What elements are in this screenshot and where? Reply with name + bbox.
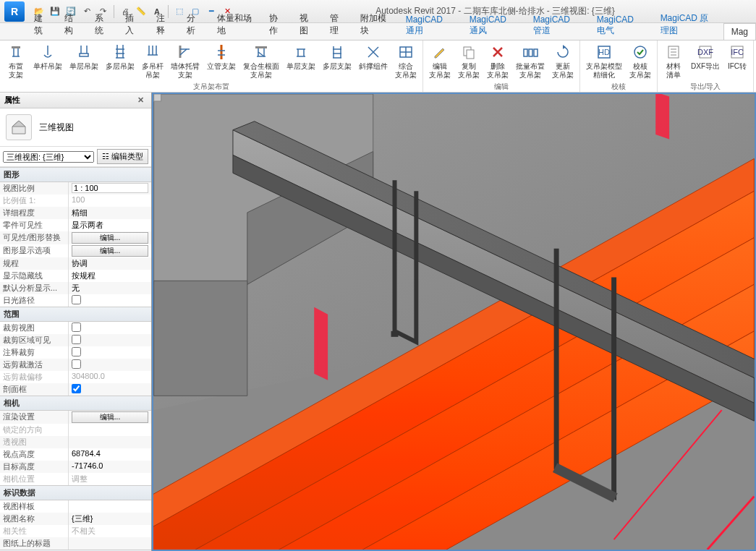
prop-value[interactable]: [69, 182, 151, 195]
prop-value[interactable]: 精细: [69, 207, 151, 219]
verify-icon: [632, 43, 649, 61]
ribbon-btn-duodiaogan[interactable]: 多吊杆 吊架: [139, 42, 166, 80]
ribbon-tab-2[interactable]: 系统: [87, 9, 117, 40]
ribbon-btn-shanchu[interactable]: 删除 支吊架: [484, 42, 511, 80]
ribbon-tab-6[interactable]: 体量和场地: [209, 9, 261, 40]
ribbon-tab-16[interactable]: Mag: [723, 23, 756, 40]
app-logo[interactable]: R: [4, 1, 25, 22]
prop-value[interactable]: [69, 500, 151, 513]
ribbon-tab-4[interactable]: 注释: [148, 9, 179, 40]
ribbon-tab-7[interactable]: 协作: [261, 9, 292, 40]
prop-input[interactable]: [72, 183, 148, 193]
prop-name: 日光路径: [0, 294, 69, 307]
prop-value[interactable]: 显示两者: [69, 219, 151, 231]
prop-category[interactable]: 图形: [0, 167, 151, 182]
prop-category[interactable]: 范围: [0, 307, 151, 322]
prop-value[interactable]: 编辑...: [69, 244, 151, 257]
prop-checkbox[interactable]: [72, 335, 81, 344]
edit-type-button[interactable]: ☷ 编辑类型: [97, 149, 148, 164]
ribbon-tab-3[interactable]: 插入: [117, 9, 148, 40]
multi-layer-icon: [111, 43, 129, 61]
ribbon-btn-xiecheng[interactable]: 斜撑组件: [356, 42, 391, 72]
prop-value[interactable]: [69, 537, 151, 550]
prop-name: 零件可见性: [0, 219, 69, 231]
prop-row: 裁剪视图: [0, 322, 151, 334]
prop-value[interactable]: 按规程: [69, 270, 151, 282]
svg-text:DXF: DXF: [697, 48, 713, 56]
prop-value[interactable]: 无: [69, 282, 151, 294]
ribbon-btn-ifc[interactable]: IFCIFC转: [724, 42, 750, 72]
prop-value[interactable]: {三维}: [69, 513, 151, 525]
ribbon-btn-piliang[interactable]: 批量布置 支吊架: [513, 42, 548, 80]
ribbon-btn-label: 布置 支架: [9, 62, 23, 79]
prop-value[interactable]: [69, 346, 151, 359]
prop-row: 相机位置调整: [0, 473, 151, 485]
prop-value[interactable]: 编辑...: [69, 411, 151, 424]
prop-value[interactable]: [69, 294, 151, 307]
ribbon-btn-jiaohe[interactable]: 校核 支吊架: [627, 42, 654, 80]
prop-row: 注释裁剪: [0, 346, 151, 359]
ribbon-tab-0[interactable]: 建筑: [26, 9, 56, 40]
ribbon-btn-duocengzj[interactable]: 多层支架: [320, 42, 354, 72]
ribbon-tab-11[interactable]: MagiCAD 通用: [398, 11, 462, 40]
ribbon-btn-cailiao[interactable]: 材料 清单: [661, 42, 687, 80]
ribbon-btn-moxing[interactable]: HD支吊架模型 精细化: [583, 42, 625, 80]
prop-name: 裁剪视图: [0, 322, 69, 334]
properties-type-selector[interactable]: 三维视图: [0, 108, 151, 147]
prop-category[interactable]: 标识数据: [0, 485, 151, 500]
svg-rect-43: [467, 50, 474, 59]
ribbon-btn-qiangti[interactable]: 墙体托臂 支架: [168, 42, 203, 80]
prop-checkbox[interactable]: [72, 384, 81, 393]
prop-name: 可见性/图形替换: [0, 231, 69, 244]
ribbon-btn-buzhi[interactable]: 布置 支架: [3, 42, 29, 80]
ribbon-tab-8[interactable]: 视图: [292, 9, 322, 40]
properties-close-icon[interactable]: ✕: [135, 95, 147, 105]
ribbon-btn-bianji[interactable]: 编辑 支吊架: [426, 42, 454, 80]
prop-edit-button[interactable]: 编辑...: [72, 411, 148, 423]
ribbon-btn-gengxin[interactable]: 更新 支吊架: [549, 42, 577, 80]
ribbon-tab-9[interactable]: 管理: [322, 9, 352, 40]
ribbon-btn-dangan[interactable]: 单杆吊架: [30, 42, 65, 72]
prop-value[interactable]: 68784.4: [69, 448, 151, 461]
viewport-3d[interactable]: [152, 93, 756, 551]
ribbon-btn-dxf[interactable]: DXFDXF导出: [688, 42, 723, 72]
prop-value[interactable]: 编辑...: [69, 231, 151, 244]
prop-category[interactable]: 相机: [0, 396, 151, 411]
prop-checkbox[interactable]: [72, 359, 81, 369]
ribbon-btn-label: 多层支架: [323, 62, 352, 71]
prop-value[interactable]: [69, 322, 151, 334]
single-rod-icon: [39, 43, 56, 61]
ribbon-btn-zonghe[interactable]: 综合 支吊架: [392, 42, 420, 80]
ribbon-tab-13[interactable]: MagiCAD 管道: [525, 11, 589, 40]
prop-value[interactable]: 协调: [69, 257, 151, 270]
ribbon-btn-danceng[interactable]: 单层吊架: [67, 42, 101, 72]
prop-name: 相机位置: [0, 473, 69, 485]
ribbon-tab-10[interactable]: 附加模块: [352, 9, 397, 40]
ribbon-btn-fuhegm[interactable]: 复合生根面 支吊架: [240, 42, 282, 80]
ribbon-tab-1[interactable]: 结构: [56, 9, 87, 40]
ribbon-tab-15[interactable]: MagiCAD 原理图: [653, 9, 723, 40]
prop-name: 远剪裁激活: [0, 359, 69, 371]
prop-name: 透视图: [0, 436, 69, 448]
ribbon-btn-duoceng[interactable]: 多层吊架: [103, 42, 137, 72]
prop-checkbox[interactable]: [72, 323, 81, 332]
prop-value[interactable]: [69, 334, 151, 346]
prop-value[interactable]: -71746.0: [69, 461, 151, 473]
prop-row: 显示隐藏线按规程: [0, 270, 151, 282]
ribbon-btn-label: 立管支架: [207, 62, 236, 71]
instance-dropdown[interactable]: 三维视图: {三维}: [3, 151, 94, 163]
properties-header: 属性 ✕: [0, 93, 151, 108]
ribbon-btn-liguanzj[interactable]: 立管支架: [204, 42, 239, 72]
ribbon-tab-5[interactable]: 分析: [179, 9, 209, 40]
single-supp-icon: [292, 43, 310, 61]
ribbon-tab-12[interactable]: MagiCAD 通风: [462, 11, 525, 40]
prop-edit-button[interactable]: 编辑...: [72, 245, 148, 257]
prop-checkbox[interactable]: [72, 347, 81, 356]
prop-checkbox[interactable]: [72, 295, 81, 304]
ribbon-btn-dancengzj[interactable]: 单层支架: [284, 42, 318, 72]
ribbon-tab-14[interactable]: MagiCAD 电气: [589, 11, 653, 40]
prop-value[interactable]: [69, 359, 151, 371]
ribbon-btn-fuzhi[interactable]: 复制 支吊架: [455, 42, 483, 80]
prop-edit-button[interactable]: 编辑...: [72, 232, 148, 244]
prop-value[interactable]: [69, 383, 151, 396]
